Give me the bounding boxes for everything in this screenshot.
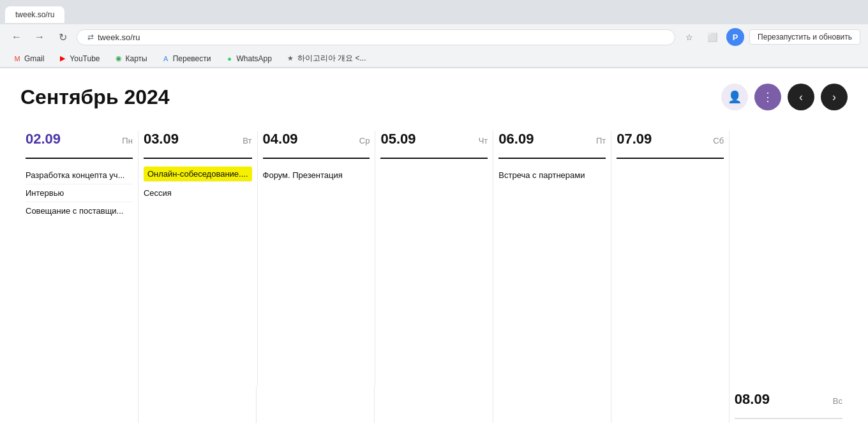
day-header-tue: 03.09 Вт <box>144 131 252 152</box>
event-razrabotka[interactable]: Разработка концепта уч... <box>26 167 133 184</box>
event-soveshanie[interactable]: Совещание с поставщи... <box>26 202 133 219</box>
app-header: Сентябрь 2024 👤 ⋮ ‹ › <box>20 84 848 110</box>
bookmarks-bar: M Gmail ▶ YouTube ◉ Карты A Перевести ● … <box>0 50 868 68</box>
day-number-mon: 02.09 <box>26 131 61 147</box>
day-col-mon: 02.09 Пн Разработка концепта уч... Интер… <box>20 131 138 386</box>
user-icon: 👤 <box>728 90 742 104</box>
day-col-tue: 03.09 Вт Онлайн-собеседование.... Сессия <box>138 131 258 386</box>
day-number-tue: 03.09 <box>144 131 179 147</box>
day-name-mon: Пн <box>122 136 133 145</box>
day-name-thu: Чт <box>479 136 488 145</box>
bookmark-korean[interactable]: ★ 하이고리아 개요 <... <box>281 52 371 65</box>
bookmark-maps[interactable]: ◉ Карты <box>109 53 153 64</box>
prev-week-button[interactable]: ‹ <box>788 84 814 110</box>
bookmark-whatsapp-label: WhatsApp <box>236 54 271 63</box>
bookmark-gmail[interactable]: M Gmail <box>8 53 49 64</box>
gmail-icon: M <box>13 54 22 63</box>
calendar-week-grid: 02.09 Пн Разработка концепта уч... Интер… <box>20 131 848 386</box>
tab-bar: tweek.so/ru <box>0 0 868 24</box>
forward-button[interactable]: → <box>31 28 49 46</box>
browser-chrome: tweek.so/ru ← → ↻ ⇄ tweek.so/ru ☆ ⬜ P Пе… <box>0 0 868 68</box>
more-options-button[interactable]: ⋮ <box>754 84 781 110</box>
bookmark-star-button[interactable]: ☆ <box>680 28 698 46</box>
header-actions: 👤 ⋮ ‹ › <box>721 84 848 110</box>
second-week-area: 08.09 Вс <box>20 386 848 423</box>
reload-button[interactable]: ↻ <box>54 28 71 46</box>
day-col-wed: 04.09 Ср Форум. Презентация <box>258 131 376 386</box>
back-button[interactable]: ← <box>8 28 26 46</box>
day-name-fri: Пт <box>596 136 606 145</box>
day-header-sat: 07.09 Сб <box>617 131 724 152</box>
day-col-sat-cont <box>611 386 730 423</box>
korean-icon: ★ <box>286 54 295 63</box>
app-content: Сентябрь 2024 👤 ⋮ ‹ › 02.09 Пн Разраб <box>0 68 868 423</box>
extensions-button[interactable]: ⬜ <box>703 28 721 46</box>
day-header-sun: 08.09 Вс <box>735 391 842 413</box>
profile-initial: P <box>733 33 738 42</box>
event-intervyu[interactable]: Интервью <box>26 184 133 202</box>
day-col-wed-cont <box>257 386 375 423</box>
day-name-sat: Сб <box>713 136 724 145</box>
address-bar[interactable]: ⇄ tweek.so/ru <box>77 29 675 45</box>
tab-label: tweek.so/ru <box>15 10 54 19</box>
day-col-sat: 07.09 Сб <box>611 131 730 386</box>
day-col-fri: 06.09 Пт Встреча с партнерами <box>493 131 611 386</box>
maps-icon: ◉ <box>114 54 123 63</box>
event-sessiya[interactable]: Сессия <box>144 184 252 202</box>
bookmark-maps-label: Карты <box>126 54 147 63</box>
user-profile-button[interactable]: 👤 <box>721 84 748 110</box>
day-col-fri-cont <box>493 386 611 423</box>
day-col-empty <box>730 131 848 386</box>
day-name-tue: Вт <box>243 136 251 145</box>
day-name-sun: Вс <box>833 396 842 406</box>
translate-icon: A <box>161 54 170 63</box>
day-separator-mon <box>26 158 133 159</box>
browser-toolbar: ← → ↻ ⇄ tweek.so/ru ☆ ⬜ P Перезапустить … <box>0 24 868 50</box>
day-separator-wed <box>263 158 370 159</box>
day-col-mon-cont <box>20 386 138 423</box>
day-separator-thu <box>380 158 488 159</box>
youtube-icon: ▶ <box>58 54 67 63</box>
lock-icon: ⇄ <box>87 33 94 41</box>
page-title: Сентябрь 2024 <box>20 85 170 109</box>
day-col-sun: 08.09 Вс <box>730 386 848 423</box>
day-number-thu: 05.09 <box>380 131 415 147</box>
bookmark-translate[interactable]: A Перевести <box>156 53 216 64</box>
bookmark-translate-label: Перевести <box>173 54 211 63</box>
chevron-left-icon: ‹ <box>799 91 803 104</box>
active-tab[interactable]: tweek.so/ru <box>5 6 64 23</box>
day-name-wed: Ср <box>359 136 370 145</box>
day-separator-sun <box>735 418 842 419</box>
day-col-thu: 05.09 Чт <box>375 131 493 386</box>
event-forum[interactable]: Форум. Презентация <box>263 167 370 184</box>
day-header-mon: 02.09 Пн <box>26 131 133 152</box>
next-week-button[interactable]: › <box>821 84 848 110</box>
day-separator-fri <box>498 158 606 159</box>
day-header-fri: 06.09 Пт <box>498 131 606 152</box>
day-number-sun: 08.09 <box>735 391 770 408</box>
profile-button[interactable]: P <box>726 28 744 46</box>
restart-label: Перезапустить и обновить <box>758 33 852 41</box>
bookmark-gmail-label: Gmail <box>24 54 44 63</box>
day-col-thu-cont <box>375 386 493 423</box>
day-number-sat: 07.09 <box>617 131 652 147</box>
restart-button[interactable]: Перезапустить и обновить <box>749 29 860 45</box>
event-online-sobesedovanie[interactable]: Онлайн-собеседование.... <box>144 167 252 182</box>
day-col-tue-cont <box>138 386 257 423</box>
more-dots-icon: ⋮ <box>762 90 774 104</box>
whatsapp-icon: ● <box>225 54 234 63</box>
address-text: tweek.so/ru <box>98 33 140 42</box>
day-header-wed: 04.09 Ср <box>263 131 370 152</box>
bookmark-youtube-label: YouTube <box>70 54 100 63</box>
day-number-wed: 04.09 <box>263 131 298 147</box>
day-separator-sat <box>617 158 724 159</box>
bookmark-youtube[interactable]: ▶ YouTube <box>53 53 105 64</box>
day-header-thu: 05.09 Чт <box>380 131 488 152</box>
day-separator-tue <box>144 158 252 159</box>
day-number-fri: 06.09 <box>498 131 534 147</box>
chevron-right-icon: › <box>832 91 836 104</box>
bookmark-korean-label: 하이고리아 개요 <... <box>297 53 366 64</box>
bookmark-whatsapp[interactable]: ● WhatsApp <box>220 53 276 64</box>
event-vstrecha[interactable]: Встреча с партнерами <box>498 167 606 184</box>
